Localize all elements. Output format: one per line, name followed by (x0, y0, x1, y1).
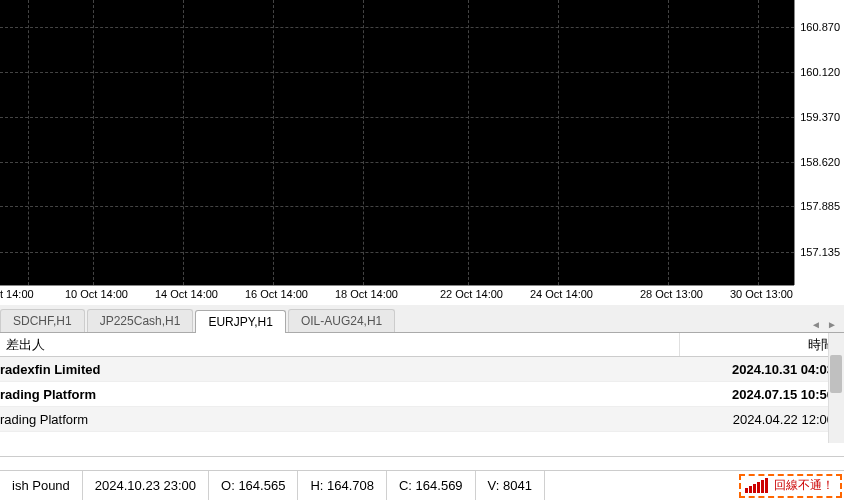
x-tick-label: 16 Oct 14:00 (245, 288, 308, 300)
status-symbol: ish Pound (0, 471, 83, 500)
message-row[interactable]: rading Platform2024.07.15 10:56 (0, 382, 844, 407)
status-open: O: 164.565 (209, 471, 298, 500)
gridline-vertical (273, 0, 274, 285)
message-sender: rading Platform (0, 412, 680, 427)
chart-tab[interactable]: SDCHF,H1 (0, 309, 85, 332)
chart-area: 160.870160.120159.370158.620157.885157.1… (0, 0, 844, 305)
gridline-horizontal (0, 117, 794, 118)
message-row[interactable]: rading Platform2024.04.22 12:00 (0, 407, 844, 432)
message-time: 2024.10.31 04:03 (680, 362, 844, 377)
y-tick-label: 157.885 (800, 200, 840, 212)
tab-scroll-controls: ◄ ► (808, 316, 844, 332)
chart-tab[interactable]: OIL-AUG24,H1 (288, 309, 395, 332)
gridline-vertical (758, 0, 759, 285)
chart-tab[interactable]: JP225Cash,H1 (87, 309, 194, 332)
gridline-horizontal (0, 72, 794, 73)
scroll-thumb[interactable] (830, 355, 842, 393)
gridline-vertical (468, 0, 469, 285)
chart-tabs: SDCHF,H1JP225Cash,H1EURJPY,H1OIL-AUG24,H… (0, 305, 844, 333)
gridline-vertical (183, 0, 184, 285)
status-high: H: 164.708 (298, 471, 387, 500)
y-tick-label: 158.620 (800, 156, 840, 168)
column-header-sender[interactable]: 差出人 (0, 333, 680, 356)
message-time: 2024.04.22 12:00 (680, 412, 844, 427)
x-tick-label: 18 Oct 14:00 (335, 288, 398, 300)
chart-tab[interactable]: EURJPY,H1 (195, 310, 285, 333)
x-tick-label: 10 Oct 14:00 (65, 288, 128, 300)
x-tick-label: 30 Oct 13:00 (730, 288, 793, 300)
x-tick-label: 22 Oct 14:00 (440, 288, 503, 300)
x-tick-label: 24 Oct 14:00 (530, 288, 593, 300)
y-tick-label: 157.135 (800, 246, 840, 258)
status-bar: ish Pound 2024.10.23 23:00 O: 164.565 H:… (0, 470, 844, 500)
message-sender: radexfin Limited (0, 362, 680, 377)
connection-text: 回線不通！ (774, 477, 834, 494)
tab-scroll-right[interactable]: ► (824, 316, 840, 332)
gridline-vertical (28, 0, 29, 285)
gridline-vertical (363, 0, 364, 285)
price-axis: 160.870160.120159.370158.620157.885157.1… (794, 0, 844, 285)
connection-status[interactable]: 回線不通！ (739, 474, 842, 498)
status-volume: V: 8041 (476, 471, 545, 500)
list-scrollbar[interactable] (828, 333, 844, 443)
signal-bars-icon (745, 478, 768, 493)
gridline-vertical (558, 0, 559, 285)
message-row[interactable]: radexfin Limited2024.10.31 04:03 (0, 357, 844, 382)
gridline-horizontal (0, 162, 794, 163)
message-list-header: 差出人 時間 (0, 333, 844, 357)
y-tick-label: 159.370 (800, 111, 840, 123)
x-tick-label: 14 Oct 14:00 (155, 288, 218, 300)
y-tick-label: 160.120 (800, 66, 840, 78)
message-time: 2024.07.15 10:56 (680, 387, 844, 402)
y-tick-label: 160.870 (800, 21, 840, 33)
x-tick-label: t 14:00 (0, 288, 34, 300)
divider (0, 456, 844, 457)
gridline-vertical (668, 0, 669, 285)
status-datetime: 2024.10.23 23:00 (83, 471, 209, 500)
tab-scroll-left[interactable]: ◄ (808, 316, 824, 332)
x-tick-label: 28 Oct 13:00 (640, 288, 703, 300)
gridline-vertical (93, 0, 94, 285)
column-header-time[interactable]: 時間 (680, 333, 844, 356)
message-sender: rading Platform (0, 387, 680, 402)
gridline-horizontal (0, 27, 794, 28)
message-list: 差出人 時間 radexfin Limited2024.10.31 04:03r… (0, 333, 844, 443)
chart-plot[interactable] (0, 0, 794, 285)
time-axis: t 14:0010 Oct 14:0014 Oct 14:0016 Oct 14… (0, 285, 794, 305)
gridline-horizontal (0, 252, 794, 253)
gridline-horizontal (0, 206, 794, 207)
status-close: C: 164.569 (387, 471, 476, 500)
